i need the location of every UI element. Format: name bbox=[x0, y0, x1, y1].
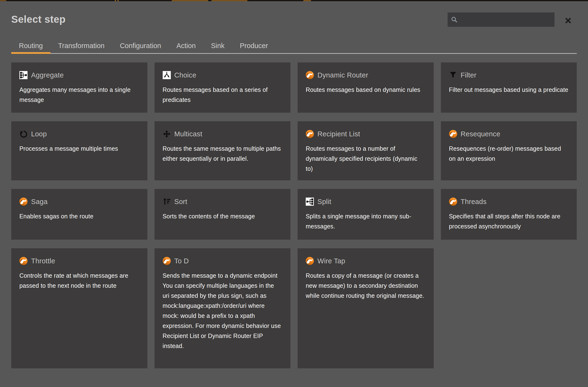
card-description: Processes a message multiple times bbox=[19, 143, 139, 154]
card-title: Dynamic Router bbox=[317, 71, 368, 79]
card-title: Multicast bbox=[174, 130, 202, 138]
split-icon bbox=[306, 198, 314, 206]
card-header: Filter bbox=[449, 71, 569, 79]
tab-bar: RoutingTransformationConfigurationAction… bbox=[11, 38, 577, 54]
card-header: Multicast bbox=[163, 130, 283, 138]
step-card-grid: AggregateAggregates many messages into a… bbox=[11, 62, 577, 368]
camel-icon bbox=[19, 198, 27, 206]
step-card-throttle[interactable]: ThrottleControls the rate at which messa… bbox=[11, 248, 147, 368]
camel-icon bbox=[449, 130, 457, 138]
step-card-sort[interactable]: SortSorts the contents of the message bbox=[155, 189, 291, 240]
card-title: To D bbox=[174, 257, 189, 265]
loop-icon bbox=[19, 130, 27, 138]
card-description: Routes a copy of a message (or creates a… bbox=[306, 270, 426, 301]
choice-icon bbox=[163, 71, 171, 79]
card-title: Loop bbox=[31, 130, 47, 138]
camel-icon bbox=[306, 71, 314, 79]
camel-icon bbox=[19, 257, 27, 265]
modal-title: Select step bbox=[11, 14, 65, 25]
camel-icon bbox=[449, 198, 457, 206]
tab-label: Sink bbox=[211, 42, 224, 50]
sort-icon bbox=[163, 198, 171, 206]
card-description: Controls the rate at which messages are … bbox=[19, 270, 139, 291]
step-card-split[interactable]: SplitSplits a single message into many s… bbox=[298, 189, 434, 240]
card-description: Resequences (re-order) messages based on… bbox=[449, 143, 569, 163]
tab-routing[interactable]: Routing bbox=[11, 38, 50, 53]
tab-label: Action bbox=[176, 42, 196, 50]
card-title: Resequence bbox=[461, 130, 501, 138]
filter-icon bbox=[449, 71, 457, 79]
tab-producer[interactable]: Producer bbox=[232, 38, 275, 53]
tab-configuration[interactable]: Configuration bbox=[112, 38, 169, 53]
card-header: Sort bbox=[163, 198, 283, 206]
close-icon bbox=[564, 16, 572, 25]
tab-label: Transformation bbox=[58, 42, 105, 50]
card-description: Routes the same message to multiple path… bbox=[163, 143, 283, 163]
card-title: Wire Tap bbox=[317, 257, 345, 265]
card-header: Throttle bbox=[19, 257, 139, 265]
step-card-resequence[interactable]: ResequenceResequences (re-order) message… bbox=[441, 121, 577, 180]
card-title: Throttle bbox=[31, 257, 55, 265]
card-header: Aggregate bbox=[19, 71, 139, 79]
card-description: Sorts the contents of the message bbox=[163, 211, 283, 221]
card-header: Choice bbox=[163, 71, 283, 79]
search-input[interactable] bbox=[448, 12, 554, 27]
card-title: Sort bbox=[174, 198, 187, 206]
step-card-to-d[interactable]: To DSends the message to a dynamic endpo… bbox=[155, 248, 291, 368]
camel-icon bbox=[163, 257, 171, 265]
card-description: Sends the message to a dynamic endpoint … bbox=[163, 270, 283, 351]
card-title: Split bbox=[317, 198, 331, 206]
aggregate-icon bbox=[19, 71, 27, 79]
card-header: Wire Tap bbox=[306, 257, 426, 265]
card-header: Saga bbox=[19, 198, 139, 206]
active-tab-indicator bbox=[11, 52, 50, 54]
tab-action[interactable]: Action bbox=[169, 38, 203, 53]
step-card-threads[interactable]: ThreadsSpecifies that all steps after th… bbox=[441, 189, 577, 240]
card-title: Saga bbox=[31, 198, 48, 206]
close-button[interactable] bbox=[562, 15, 574, 27]
card-description: Specifies that all steps after this node… bbox=[449, 211, 569, 231]
step-card-dynamic-router[interactable]: Dynamic RouterRoutes messages based on d… bbox=[298, 62, 434, 113]
tab-transformation[interactable]: Transformation bbox=[50, 38, 112, 53]
step-card-recipient-list[interactable]: Recipient ListRoutes messages to a numbe… bbox=[298, 121, 434, 180]
step-card-choice[interactable]: ChoiceRoutes messages based on a series … bbox=[155, 62, 291, 113]
card-description: Aggregates many messages into a single m… bbox=[19, 85, 139, 105]
card-title: Filter bbox=[461, 71, 477, 79]
card-header: Threads bbox=[449, 198, 569, 206]
card-title: Choice bbox=[174, 71, 196, 79]
step-card-aggregate[interactable]: AggregateAggregates many messages into a… bbox=[11, 62, 147, 113]
card-title: Threads bbox=[461, 198, 487, 206]
search-box bbox=[448, 12, 554, 27]
tab-label: Producer bbox=[240, 42, 268, 50]
card-header: To D bbox=[163, 257, 283, 265]
card-header: Recipient List bbox=[306, 130, 426, 138]
step-card-wire-tap[interactable]: Wire TapRoutes a copy of a message (or c… bbox=[298, 248, 434, 368]
card-description: Routes messages based on a series of pre… bbox=[163, 85, 283, 105]
multicast-icon bbox=[163, 130, 171, 138]
select-step-modal: Select step RoutingTransformationConfigu… bbox=[0, 1, 588, 387]
card-title: Recipient List bbox=[317, 130, 360, 138]
card-description: Filter out messages based using a predic… bbox=[449, 85, 569, 95]
card-title: Aggregate bbox=[31, 71, 64, 79]
card-description: Routes messages based on dynamic rules bbox=[306, 85, 426, 95]
camel-icon bbox=[306, 257, 314, 265]
step-card-loop[interactable]: LoopProcesses a message multiple times bbox=[11, 121, 147, 180]
tab-label: Configuration bbox=[120, 42, 161, 50]
card-description: Routes messages to a number of dynamical… bbox=[306, 143, 426, 174]
camel-icon bbox=[306, 130, 314, 138]
card-header: Loop bbox=[19, 130, 139, 138]
card-description: Splits a single message into many sub-me… bbox=[306, 211, 426, 231]
card-header: Split bbox=[306, 198, 426, 206]
tab-label: Routing bbox=[19, 42, 43, 50]
card-header: Dynamic Router bbox=[306, 71, 426, 79]
tab-sink[interactable]: Sink bbox=[203, 38, 232, 53]
card-header: Resequence bbox=[449, 130, 569, 138]
step-card-filter[interactable]: FilterFilter out messages based using a … bbox=[441, 62, 577, 113]
card-description: Enables sagas on the route bbox=[19, 211, 139, 221]
step-card-multicast[interactable]: MulticastRoutes the same message to mult… bbox=[155, 121, 291, 180]
step-card-saga[interactable]: SagaEnables sagas on the route bbox=[11, 189, 147, 240]
